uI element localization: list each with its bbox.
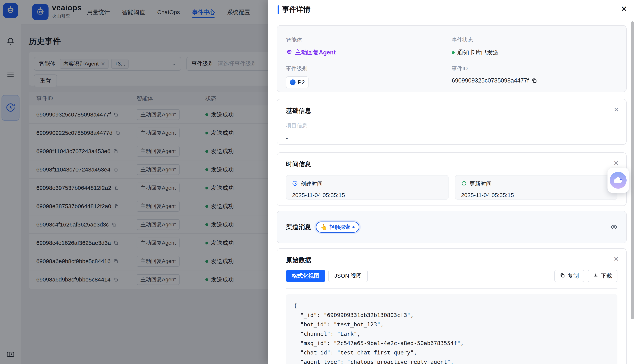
agent-link-text: 主动回复Agent bbox=[295, 48, 336, 56]
copy-button[interactable]: 复制 bbox=[554, 270, 584, 282]
basic-info-card: 基础信息 ✕ 项目信息 - bbox=[277, 99, 626, 145]
floating-assistant-button[interactable] bbox=[608, 168, 629, 193]
updated-time-value: 2025-11-04 05:35:15 bbox=[461, 192, 612, 198]
event-detail-drawer: 事件详情 ✕ 智能体 主动回复Agent bbox=[268, 0, 635, 364]
copy-icon[interactable] bbox=[532, 78, 537, 84]
code-line: "_id": "6909909331db32b130803cf3", bbox=[294, 310, 610, 320]
channel-message-title: 渠道消息 bbox=[286, 223, 311, 232]
divider bbox=[286, 288, 618, 288]
drawer-scrollbar[interactable] bbox=[631, 22, 634, 319]
copy-icon bbox=[560, 273, 565, 280]
tab-json-view[interactable]: JSON 视图 bbox=[328, 270, 368, 282]
assistant-avatar bbox=[610, 172, 626, 189]
code-line: "agent_type": "chatops_proactive_reply_a… bbox=[294, 357, 610, 364]
explore-badge[interactable]: 👆 轻触探索 bbox=[316, 222, 359, 232]
created-time-value: 2025-11-04 05:35:15 bbox=[292, 192, 442, 198]
summary-card: 智能体 主动回复Agent 事件状态 通知卡片 bbox=[277, 25, 626, 92]
json-code-block: { "_id": "6909909331db32b130803cf3", "bo… bbox=[286, 294, 618, 364]
level-label: 事件级别 bbox=[286, 65, 452, 72]
cloud-sparkle-icon bbox=[613, 176, 624, 184]
level-chip: P2 bbox=[286, 76, 308, 88]
close-icon[interactable]: ✕ bbox=[614, 159, 619, 167]
download-button-label: 下载 bbox=[601, 272, 612, 280]
code-line: "msg_id": "2c547a65-9ba1-4e2c-a8ed-50ab6… bbox=[294, 338, 610, 348]
close-icon[interactable]: ✕ bbox=[614, 255, 619, 263]
created-time-box: 创建时间 2025-11-04 05:35:15 bbox=[286, 175, 448, 200]
drawer-body: 智能体 主动回复Agent 事件状态 通知卡片 bbox=[268, 20, 635, 364]
robot-icon bbox=[286, 48, 292, 56]
drawer-header: 事件详情 ✕ bbox=[268, 0, 635, 20]
clock-icon bbox=[292, 180, 298, 188]
eye-preview-icon[interactable] bbox=[610, 224, 618, 230]
drawer-title: 事件详情 bbox=[282, 4, 310, 14]
time-info-card: 时间信息 ✕ 创建时间 2025-11-04 05:35:15 bbox=[277, 152, 626, 206]
created-time-label: 创建时间 bbox=[300, 180, 323, 188]
raw-data-card: 原始数据 ✕ 格式化视图 JSON 视图 复制 bbox=[277, 248, 626, 364]
updated-time-box: 更新时间 2025-11-04 05:35:15 bbox=[455, 175, 618, 200]
project-info-label: 项目信息 bbox=[286, 122, 618, 129]
close-drawer-button[interactable]: ✕ bbox=[621, 4, 627, 14]
updated-time-label: 更新时间 bbox=[470, 180, 492, 188]
time-info-title: 时间信息 bbox=[286, 160, 618, 169]
title-accent-bar bbox=[278, 5, 279, 14]
level-value: P2 bbox=[298, 79, 305, 86]
refresh-icon bbox=[461, 180, 467, 188]
event-id-value: 6909909325c0785098a4477f bbox=[452, 77, 529, 84]
agent-link[interactable]: 主动回复Agent bbox=[286, 48, 336, 56]
level-p2-dot bbox=[290, 80, 296, 85]
tab-formatted-view[interactable]: 格式化视图 bbox=[286, 270, 325, 282]
agent-label: 智能体 bbox=[286, 36, 452, 44]
download-icon bbox=[593, 273, 598, 280]
close-icon[interactable]: ✕ bbox=[614, 106, 619, 114]
event-id-label: 事件ID bbox=[452, 65, 618, 72]
channel-message-card: 渠道消息 👆 轻触探索 bbox=[277, 211, 626, 243]
status-label: 事件状态 bbox=[452, 36, 618, 44]
copy-button-label: 复制 bbox=[568, 272, 579, 280]
basic-info-title: 基础信息 bbox=[286, 106, 618, 115]
explore-badge-text: 轻触探索 bbox=[330, 224, 350, 230]
project-info-value: - bbox=[286, 135, 618, 142]
code-line: { bbox=[294, 301, 610, 310]
code-line: "chat_id": "test_chat_first_query", bbox=[294, 348, 610, 357]
status-dot bbox=[452, 51, 455, 54]
status-value: 通知卡片已发送 bbox=[457, 48, 499, 56]
raw-data-title: 原始数据 bbox=[286, 256, 618, 264]
badge-dot bbox=[352, 226, 354, 228]
pointing-finger-emoji: 👆 bbox=[320, 224, 327, 230]
code-line: "channel": "Lark", bbox=[294, 329, 610, 338]
code-line: "bot_id": "test_bot_123", bbox=[294, 320, 610, 329]
download-button[interactable]: 下载 bbox=[588, 270, 618, 282]
